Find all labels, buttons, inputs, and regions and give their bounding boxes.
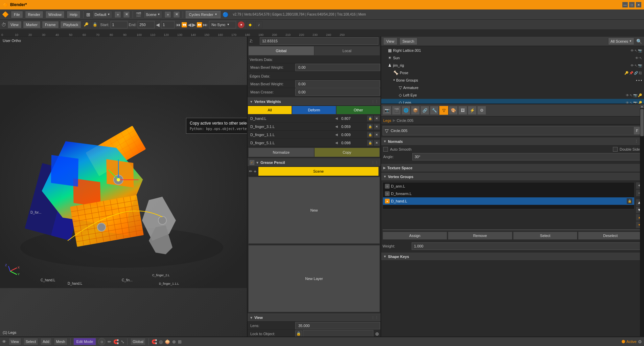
vw-lock-2[interactable]: 🔒 <box>367 132 373 138</box>
status-settings-icon[interactable]: ⚙ <box>638 339 642 344</box>
view-btn[interactable]: View <box>7 21 22 28</box>
status-proportional-icon[interactable]: ◎ <box>159 339 163 344</box>
prop-data-icon[interactable]: ▽ <box>439 106 448 115</box>
prop-physics-icon[interactable]: ⚙ <box>477 106 486 115</box>
prop-material-icon[interactable]: 🎨 <box>449 106 458 115</box>
cursor-icon-1[interactable]: ↖ <box>639 56 642 60</box>
outliner-view-btn[interactable]: View <box>383 38 397 45</box>
vw-lock-3[interactable]: 🔒 <box>367 140 373 146</box>
eye-icon-1[interactable]: 👁 <box>635 56 639 60</box>
keyframe-btn[interactable]: ◆ <box>246 21 254 28</box>
legs-eye[interactable]: 👁 <box>626 101 629 105</box>
vertex-weights-section-header[interactable]: ▼ Vertex Weights ⋮⋮ <box>248 98 381 106</box>
pin-icon[interactable]: 📌 <box>629 71 633 75</box>
scene-filter-dropdown[interactable]: All Scenes ▼ <box>608 38 634 45</box>
viewport-canvas[interactable]: User Ortho <box>0 37 247 337</box>
status-onionskin-icon[interactable]: 🧅 <box>165 339 170 344</box>
vw-deform-tab[interactable]: Deform <box>292 106 336 114</box>
scene-dropdown[interactable]: Scene ▼ <box>143 11 162 18</box>
shape-keys-section-header[interactable]: ▼ Shape Keys <box>381 253 644 261</box>
normalize-btn[interactable]: Normalize <box>248 148 314 157</box>
le-key[interactable]: 🔑 <box>638 93 642 97</box>
cursor-icon-2[interactable]: ↖ <box>635 64 637 67</box>
legs-cursor[interactable]: ↖ <box>630 101 632 105</box>
outliner-legs[interactable]: ◇ Legs 👁 ↖ 📷 🔑 <box>381 99 644 104</box>
vg-item-hand[interactable]: ● D_hand.L 🔒 <box>383 197 634 205</box>
deselect-btn[interactable]: Deselect <box>578 232 643 240</box>
window-menu[interactable]: Window <box>45 11 65 18</box>
workspace-dropdown[interactable]: Default ▼ <box>92 11 113 18</box>
view-section-header[interactable]: ▼ View ⋮⋮ <box>248 313 381 322</box>
file-menu[interactable]: File <box>11 11 23 18</box>
vg-item-dann[interactable]: ○ D_ann.L <box>383 182 634 190</box>
sync-dropdown[interactable]: No Sync ▼ <box>209 21 236 28</box>
select-btn[interactable]: Select <box>513 232 578 240</box>
auto-smooth-checkbox[interactable] <box>383 147 388 152</box>
grease-pencil-section-header[interactable]: ✓ ▼ Grease Pencil ⋮⋮ <box>248 158 381 167</box>
prop-render-icon[interactable]: 📷 <box>383 106 391 115</box>
vw-del-3[interactable]: ✕ <box>374 140 380 146</box>
gp-new-btn[interactable]: New <box>248 177 380 244</box>
status-global-btn[interactable]: Global <box>130 338 146 345</box>
le-cursor[interactable]: ↖ <box>630 93 632 97</box>
eye-icon-0[interactable]: 👁 <box>630 49 634 52</box>
left-arrow[interactable]: ◀ <box>156 22 160 27</box>
frame-btn[interactable]: Frame <box>42 21 59 28</box>
cycles-render-dropdown[interactable]: Cycles Render ▼ <box>186 11 220 18</box>
status-select-btn[interactable]: Select <box>23 338 39 345</box>
vertex-groups-section-header[interactable]: ▼ Vertex Groups <box>381 173 644 181</box>
help-menu[interactable]: Help <box>67 11 80 18</box>
prop-particles-icon[interactable]: ⚡ <box>468 106 477 115</box>
vw-other-tab[interactable]: Other <box>336 106 381 114</box>
local-btn[interactable]: Local <box>314 46 380 56</box>
remove-workspace-btn[interactable]: ✕ <box>123 11 130 18</box>
status-snap-icon[interactable]: 🧲 <box>152 339 157 344</box>
remove-scene-btn[interactable]: ✕ <box>173 11 180 18</box>
render-menu[interactable]: Render <box>25 11 43 18</box>
marker-btn[interactable]: Marker <box>23 21 41 28</box>
reverse-play-btn[interactable]: ◀ <box>188 22 191 27</box>
copy-btn[interactable]: Copy <box>314 148 380 157</box>
outliner-left-eye[interactable]: ◇ Left Eye 👁 ↖ 📷 🔑 <box>381 91 644 99</box>
jump-start-btn[interactable]: ⏮ <box>176 22 181 27</box>
render-icon-2[interactable]: 📷 <box>638 64 642 67</box>
prev-frame-btn[interactable]: ⏪ <box>181 22 187 27</box>
vw-all-tab[interactable]: All <box>248 106 292 114</box>
prop-modifier-icon[interactable]: 🔧 <box>430 106 439 115</box>
rec-btn[interactable]: ● <box>237 21 245 28</box>
add-scene-btn[interactable]: + <box>164 11 171 18</box>
lock-object-pick[interactable]: ⊕ <box>374 331 381 337</box>
outliner-sun[interactable]: ☀ Sun 👁 ↖ <box>381 54 644 62</box>
jump-end-btn[interactable]: ⏭ <box>203 22 208 27</box>
end-field[interactable]: 250 <box>138 21 155 28</box>
outliner-bone-groups[interactable]: • Bone Groups • • • <box>381 77 644 84</box>
current-frame-field[interactable]: 1 <box>161 21 175 28</box>
gp-menu[interactable]: ⋮⋮ <box>371 160 378 165</box>
3d-viewport[interactable]: User Ortho <box>0 37 247 346</box>
outliner-search-icon[interactable]: 🔍 <box>636 39 642 44</box>
key-icon2[interactable]: 🔒 <box>91 21 99 28</box>
gp-new-layer-btn[interactable]: New Layer <box>248 245 380 312</box>
status-mode-btn[interactable]: Edit Mode <box>73 338 96 345</box>
prop-scene-icon[interactable]: 🎬 <box>392 106 401 115</box>
vw-menu[interactable]: ⋮⋮ <box>371 100 378 104</box>
prop-constraints-icon[interactable]: 🔗 <box>420 106 429 115</box>
le-render[interactable]: 📷 <box>633 93 637 97</box>
legs-render[interactable]: 📷 <box>633 101 637 105</box>
outliner-armature[interactable]: ▽ Armature <box>381 84 644 91</box>
status-magnet-icon[interactable]: 🧲 <box>113 339 119 344</box>
prop-texture-icon[interactable]: 🖼 <box>458 106 467 115</box>
status-unknown-icon[interactable]: ⊞ <box>178 339 182 344</box>
key-icon[interactable]: 🔑 <box>624 71 628 75</box>
link-icon[interactable]: 🔗 <box>634 71 638 75</box>
vw-del-0[interactable]: ✕ <box>374 115 380 122</box>
texture-space-section-header[interactable]: ▶ Texture Space <box>381 164 644 172</box>
f-button[interactable]: F <box>634 127 640 134</box>
status-pencil-icon[interactable]: ✏ <box>108 339 111 344</box>
props-scrollbar[interactable]: ▲ ▼ <box>640 104 644 346</box>
vw-lock-1[interactable]: 🔒 <box>367 124 373 130</box>
data-name-value[interactable]: Circle.005 <box>389 129 634 133</box>
view-menu[interactable]: ⋮⋮ <box>371 316 378 320</box>
status-snap2-icon[interactable]: ⊕ <box>172 339 176 344</box>
close-btn[interactable]: ✕ <box>636 2 641 7</box>
